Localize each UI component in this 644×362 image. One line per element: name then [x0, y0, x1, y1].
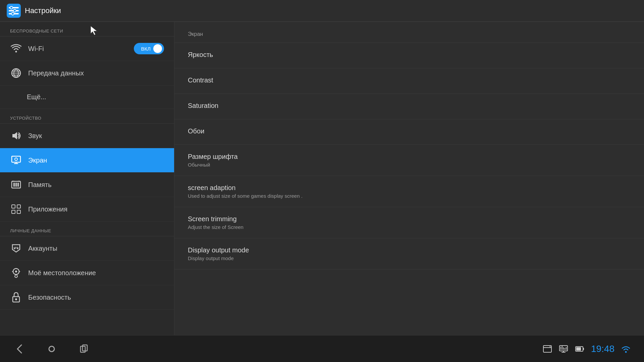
screenadaption-subtitle: Used to adjust size of some games displa… — [188, 193, 631, 199]
sidebar: БЕСПРОВОДНЫЕ СЕТИ Wi-Fi ВКЛ — [0, 22, 174, 335]
displayoutput-subtitle: Display output mode — [188, 255, 631, 261]
apps-icon — [10, 203, 22, 215]
svg-point-8 — [15, 51, 17, 53]
battery-status-icon — [575, 344, 584, 354]
svg-point-6 — [13, 9, 16, 12]
wifi-label: Wi-Fi — [28, 45, 44, 53]
screentrimming-title: Screen trimming — [188, 215, 631, 223]
contrast-title: Contrast — [188, 76, 631, 84]
svg-marker-13 — [12, 132, 17, 139]
top-bar: Настройки — [0, 0, 644, 22]
settings-item-fontsize[interactable]: Размер шрифта Обычный — [174, 145, 644, 176]
sound-label: Звук — [28, 132, 42, 140]
back-button[interactable] — [13, 343, 25, 355]
svg-point-31 — [15, 270, 17, 273]
screenadaption-title: screen adaption — [188, 184, 631, 192]
sidebar-item-wifi[interactable]: Wi-Fi ВКЛ — [0, 37, 174, 61]
wifi-toggle[interactable]: ВКЛ — [134, 43, 164, 54]
more-label: Ещё... — [27, 93, 46, 101]
security-icon — [10, 291, 22, 303]
sidebar-item-location[interactable]: Моё местоположение — [0, 261, 174, 285]
saturation-title: Saturation — [188, 102, 631, 110]
screen-icon — [10, 154, 22, 166]
data-label: Передача данных — [28, 69, 84, 77]
wifi-status-icon — [621, 345, 631, 353]
apps-label: Приложения — [28, 205, 67, 213]
toggle-knob — [153, 44, 162, 53]
sidebar-item-data[interactable]: Передача данных — [0, 61, 174, 85]
app-title: Настройки — [25, 6, 61, 15]
nav-left-buttons — [13, 343, 90, 355]
screen-label: Экран — [28, 157, 47, 164]
memory-icon — [10, 179, 22, 191]
data-transfer-icon — [10, 67, 22, 79]
sidebar-item-security[interactable]: Безопасность — [0, 285, 174, 310]
sidebar-item-accounts[interactable]: Аккаунты — [0, 236, 174, 261]
storage-status-icon — [543, 344, 552, 354]
settings-item-screentrimming[interactable]: Screen trimming Adjust the size of Scree… — [174, 207, 644, 238]
content-title: Экран — [174, 22, 644, 43]
settings-item-contrast[interactable]: Contrast — [174, 68, 644, 94]
sound-icon — [10, 130, 22, 142]
section-header-wireless: БЕСПРОВОДНЫЕ СЕТИ — [0, 22, 174, 36]
displayoutput-title: Display output mode — [188, 246, 631, 254]
svg-rect-20 — [15, 183, 17, 187]
nav-right-icons: 19:48 — [543, 344, 631, 354]
settings-app-icon — [7, 4, 21, 18]
location-label: Моё местоположение — [28, 269, 96, 277]
toggle-on-label: ВКЛ — [141, 46, 151, 52]
svg-point-55 — [625, 351, 627, 353]
brightness-title: Яркость — [188, 51, 631, 59]
display-status-icon — [559, 344, 568, 354]
svg-rect-53 — [583, 348, 584, 350]
system-time: 19:48 — [591, 344, 614, 354]
svg-rect-26 — [12, 205, 15, 208]
home-button[interactable] — [46, 343, 58, 355]
section-header-personal: ЛИЧНЫЕ ДАННЫЕ — [0, 222, 174, 236]
security-label: Безопасность — [28, 294, 71, 301]
accounts-icon — [10, 242, 22, 254]
svg-rect-27 — [17, 205, 20, 208]
svg-point-5 — [10, 6, 13, 9]
settings-item-saturation[interactable]: Saturation — [174, 94, 644, 119]
svg-point-43 — [549, 346, 550, 347]
svg-point-7 — [11, 12, 14, 15]
accounts-label: Аккаунты — [28, 245, 57, 252]
sidebar-item-sound[interactable]: Звук — [0, 124, 174, 148]
wifi-icon — [10, 43, 22, 55]
svg-rect-54 — [576, 347, 581, 351]
wallpaper-title: Обои — [188, 127, 631, 135]
wifi-toggle-switch[interactable]: ВКЛ — [134, 43, 164, 54]
screentrimming-subtitle: Adjust the size of Screen — [188, 224, 631, 230]
location-icon — [10, 267, 22, 279]
recents-button[interactable] — [78, 343, 90, 355]
svg-rect-38 — [49, 346, 54, 352]
sidebar-item-apps[interactable]: Приложения — [0, 197, 174, 222]
svg-rect-29 — [17, 210, 20, 214]
nav-bar: 19:48 — [0, 335, 644, 362]
settings-item-screenadaption[interactable]: screen adaption Used to adjust size of s… — [174, 176, 644, 207]
section-header-device: УСТРОЙСТВО — [0, 109, 174, 123]
sidebar-item-screen[interactable]: Экран — [0, 148, 174, 173]
svg-rect-21 — [17, 183, 19, 187]
main-content: БЕСПРОВОДНЫЕ СЕТИ Wi-Fi ВКЛ — [0, 22, 644, 335]
content-panel: Экран Яркость Contrast Saturation Обои Р… — [174, 22, 644, 335]
settings-item-brightness[interactable]: Яркость — [174, 43, 644, 68]
svg-point-15 — [15, 158, 17, 161]
svg-rect-19 — [13, 183, 15, 187]
sidebar-item-memory[interactable]: Память — [0, 173, 174, 197]
settings-item-wallpaper[interactable]: Обои — [174, 119, 644, 145]
sidebar-item-more[interactable]: Ещё... — [0, 85, 174, 109]
svg-rect-28 — [12, 210, 15, 214]
fontsize-subtitle: Обычный — [188, 162, 631, 168]
svg-point-37 — [15, 298, 17, 300]
fontsize-title: Размер шрифта — [188, 153, 631, 161]
settings-item-displayoutput[interactable]: Display output mode Display output mode — [174, 238, 644, 269]
memory-label: Память — [28, 181, 52, 189]
svg-rect-14 — [12, 156, 20, 162]
